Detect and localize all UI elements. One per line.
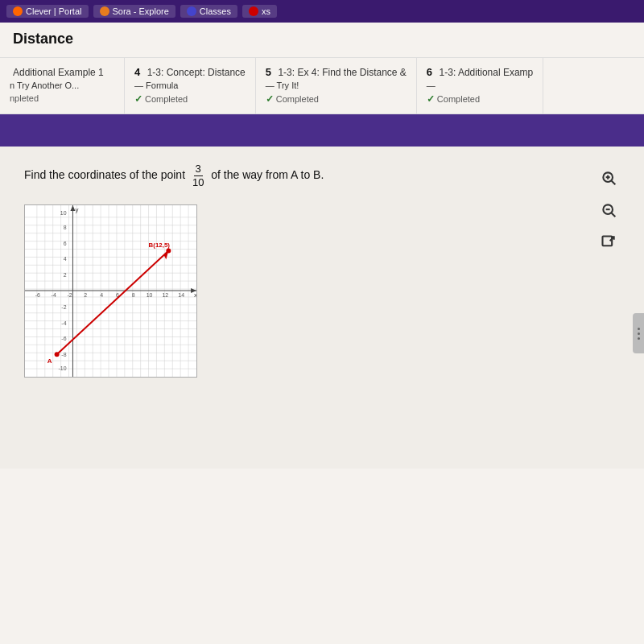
clever-icon [13,6,23,16]
lesson-6-title-row: 6 1-3: Additional Examp [427,64,533,79]
lesson-6-check-icon: ✓ [427,93,435,105]
svg-point-71 [55,352,60,357]
lesson-item-4[interactable]: 4 1-3: Concept: Distance — Formula ✓ Com… [125,58,256,114]
problem-text: Find the coordinates of the point 3 10 o… [24,163,581,188]
zoom-in-button[interactable] [597,167,620,189]
tab-xs[interactable]: xs [242,5,277,18]
sidebar-handle-dots [638,328,640,340]
right-icons [597,163,620,452]
page-title: Distance [13,31,631,47]
lesson-6-title: 1-3: Additional Examp [440,67,534,78]
svg-text:A: A [47,357,52,365]
svg-text:8: 8 [132,292,135,298]
problem-fraction: 3 10 [191,163,205,188]
purple-banner [0,114,644,147]
sidebar-handle[interactable] [633,313,644,353]
lesson-5-status: ✓ Completed [266,93,407,105]
external-link-icon [601,234,617,250]
sora-icon [100,6,109,16]
tab-classes-label: Classes [200,6,231,16]
lesson-5-status-text: Completed [276,94,319,104]
lesson-item-6[interactable]: 6 1-3: Additional Examp — ✓ Completed [417,58,543,114]
lesson-4-status: ✓ Completed [134,93,246,105]
svg-text:2: 2 [84,292,87,298]
lesson-4-check-icon: ✓ [134,93,142,105]
lesson-5-title: 1-3: Ex 4: Find the Distance & [278,67,406,78]
lesson-1-status: npleted [10,93,114,103]
svg-text:-2: -2 [61,304,66,310]
content-area: Find the coordinates of the point 3 10 o… [0,147,644,469]
problem-text-after: of the way from A to B. [211,168,324,181]
svg-line-73 [612,181,616,185]
svg-text:14: 14 [178,292,184,298]
svg-text:10: 10 [147,292,153,298]
lesson-item-1[interactable]: Additional Example 1 n Try Another O... … [0,58,125,114]
problem-text-before: Find the coordinates of the point [24,168,185,181]
zoom-in-icon [601,170,617,186]
xs-icon [249,6,258,16]
lesson-6-status-text: Completed [437,94,480,104]
graph-svg: x y -6 -4 -2 2 4 6 8 10 12 14 8 [25,205,196,377]
zoom-out-icon [601,202,617,218]
lesson-4-title: 1-3: Concept: Distance [147,67,246,78]
svg-text:x: x [194,291,196,299]
svg-text:-6: -6 [61,336,66,342]
svg-line-77 [612,213,616,217]
svg-text:-2: -2 [67,292,72,298]
tab-xs-label: xs [262,6,270,16]
dot-1 [638,328,640,330]
svg-text:8: 8 [64,225,67,230]
lesson-5-check-icon: ✓ [266,93,274,105]
svg-text:B(12,5): B(12,5) [149,242,171,249]
svg-text:-10: -10 [59,365,67,371]
svg-text:-4: -4 [61,320,66,326]
lesson-5-subtitle: — Try It! [266,80,407,90]
dot-3 [638,337,640,340]
lesson-5-title-row: 5 1-3: Ex 4: Find the Distance & [266,64,407,79]
svg-text:12: 12 [163,292,169,298]
svg-text:4: 4 [100,292,103,298]
tab-sora[interactable]: Sora - Explore [93,5,175,18]
lesson-1-status-text: npleted [10,93,39,103]
zoom-out-button[interactable] [597,199,620,221]
svg-text:2: 2 [64,272,67,278]
lesson-4-number: 4 [134,66,140,78]
problem-section: Find the coordinates of the point 3 10 o… [24,163,581,452]
main-content: Distance Additional Example 1 n Try Anot… [0,23,644,644]
dot-2 [638,332,640,335]
lessons-nav: Additional Example 1 n Try Another O... … [0,58,644,114]
lesson-1-title-row: Additional Example 1 [10,64,114,79]
svg-line-66 [57,251,169,355]
svg-text:-8: -8 [61,352,66,357]
svg-text:10: 10 [60,210,67,216]
lesson-4-status-text: Completed [145,94,188,104]
lesson-5-number: 5 [266,66,271,78]
fraction-denominator: 10 [191,176,205,189]
tab-sora-label: Sora - Explore [113,6,169,16]
svg-point-70 [166,249,171,254]
lesson-6-status: ✓ Completed [427,93,533,105]
fraction-numerator: 3 [194,163,203,176]
svg-text:-4: -4 [52,292,56,298]
lesson-item-5[interactable]: 5 1-3: Ex 4: Find the Distance & — Try I… [256,58,417,114]
tab-classes[interactable]: Classes [180,5,237,18]
lesson-6-subtitle: — [427,80,533,90]
graph-container: x y -6 -4 -2 2 4 6 8 10 12 14 8 [24,204,197,378]
browser-tab-bar: Clever | Portal Sora - Explore Classes x… [0,0,644,23]
svg-text:y: y [75,206,78,213]
tab-clever[interactable]: Clever | Portal [6,5,89,18]
svg-text:-6: -6 [35,292,40,298]
lesson-1-title: Additional Example 1 [13,67,104,78]
lesson-1-subtitle: n Try Another O... [10,80,114,90]
tab-clever-label: Clever | Portal [26,6,82,16]
external-link-button[interactable] [597,231,620,254]
lesson-4-subtitle: — Formula [134,80,246,90]
lesson-6-number: 6 [427,66,432,78]
lesson-4-title-row: 4 1-3: Concept: Distance [134,64,246,79]
classes-icon [187,6,196,16]
svg-text:6: 6 [64,241,67,246]
svg-text:4: 4 [64,257,67,262]
page-header: Distance [0,23,644,58]
